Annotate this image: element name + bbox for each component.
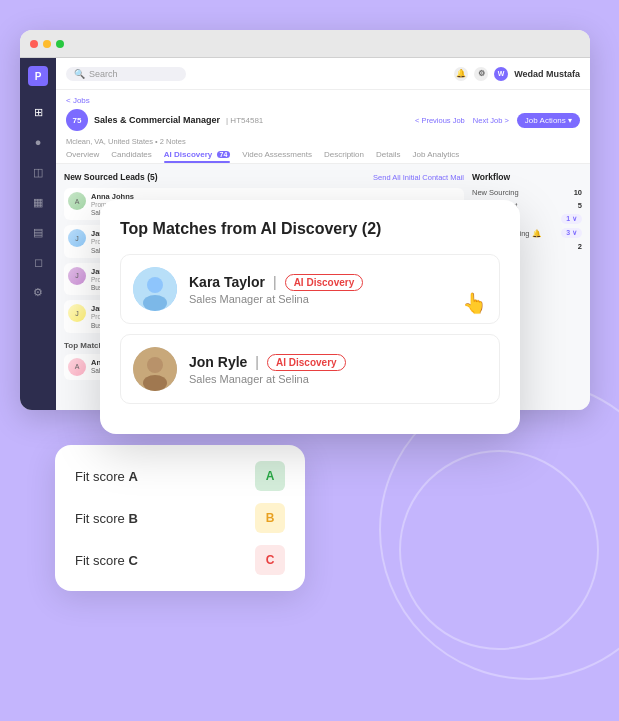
- tab-ai-discovery[interactable]: AI Discovery 74: [164, 150, 231, 163]
- search-box[interactable]: 🔍 Search: [66, 67, 186, 81]
- fit-score-label-a: Fit score A: [75, 469, 138, 484]
- job-nav-tabs: Overview Candidates AI Discovery 74 Vide…: [66, 150, 459, 163]
- candidate-avatar-kara: [133, 267, 177, 311]
- sidebar-logo: P: [28, 66, 48, 86]
- leads-section-title: New Sourced Leads (5): [64, 172, 158, 182]
- leads-section-header: New Sourced Leads (5) Send All Initial C…: [64, 172, 464, 182]
- cursor-hand-icon: 👆: [462, 291, 487, 315]
- lead-avatar-4: J: [68, 304, 86, 322]
- job-header: < Jobs 75 Sales & Commercial Manager | H…: [56, 90, 590, 164]
- sidebar: P ⊞ ● ◫ ▦ ▤ ◻ ⚙: [20, 58, 56, 410]
- workflow-count-new-sourcing: 10: [574, 188, 582, 197]
- candidate-avatar-jon: [133, 347, 177, 391]
- workflow-title: Workflow: [472, 172, 582, 182]
- candidate-title-kara: Sales Manager at Selina: [189, 293, 487, 305]
- ai-discovery-title: Top Matches from AI Discovery (2): [120, 220, 500, 238]
- fit-score-grade-b: B: [255, 503, 285, 533]
- fit-score-grade-c: C: [255, 545, 285, 575]
- job-title-row: 75 Sales & Commercial Manager | HT54581 …: [66, 109, 580, 131]
- candidate-info-jon: Jon Ryle | AI Discovery Sales Manager at…: [189, 354, 487, 385]
- candidate-info-kara: Kara Taylor | AI Discovery Sales Manager…: [189, 274, 487, 305]
- jon-avatar-svg: [133, 347, 177, 391]
- job-actions-button[interactable]: Job Actions ▾: [517, 113, 580, 128]
- top-bar: 🔍 Search 🔔 ⚙ W Wedad Mustafa: [56, 58, 590, 90]
- ai-badge-kara: AI Discovery: [285, 274, 364, 291]
- sidebar-item-settings[interactable]: ⚙: [26, 280, 50, 304]
- fit-score-row-a: Fit score A A: [75, 461, 285, 491]
- lead-avatar-2: J: [68, 229, 86, 247]
- workflow-item-new-sourcing: New Sourcing 10: [472, 188, 582, 197]
- svg-point-1: [147, 277, 163, 293]
- search-icon: 🔍: [74, 69, 85, 79]
- candidate-name-kara: Kara Taylor | AI Discovery: [189, 274, 487, 291]
- job-meta: Mclean, VA, United States • 2 Notes: [66, 137, 580, 146]
- job-score-badge: 75: [66, 109, 88, 131]
- svg-point-5: [143, 375, 167, 391]
- candidate-row-kara[interactable]: Kara Taylor | AI Discovery Sales Manager…: [120, 254, 500, 324]
- fit-score-label-b: Fit score B: [75, 511, 138, 526]
- sidebar-item-jobs[interactable]: ◫: [26, 160, 50, 184]
- ai-badge-jon: AI Discovery: [267, 354, 346, 371]
- workflow-count-applicant: 1 ∨: [561, 214, 582, 224]
- send-all-link[interactable]: Send All Initial Contact Mail: [373, 173, 464, 182]
- search-placeholder: Search: [89, 69, 118, 79]
- sidebar-item-analytics[interactable]: ▦: [26, 190, 50, 214]
- fit-score-bold-b: B: [128, 511, 137, 526]
- job-tabs-row: Overview Candidates AI Discovery 74 Vide…: [66, 150, 580, 163]
- tab-video-assessments[interactable]: Video Assessments: [242, 150, 312, 163]
- prev-job-link[interactable]: < Previous Job: [415, 116, 465, 125]
- browser-dot-maximize[interactable]: [56, 40, 64, 48]
- candidate-title-jon: Sales Manager at Selina: [189, 373, 487, 385]
- tab-overview[interactable]: Overview: [66, 150, 99, 163]
- sidebar-item-grid[interactable]: ⊞: [26, 100, 50, 124]
- svg-point-4: [147, 357, 163, 373]
- fit-score-label-c: Fit score C: [75, 553, 138, 568]
- topbar-right: 🔔 ⚙ W Wedad Mustafa: [454, 67, 580, 81]
- lead-avatar-5: A: [68, 358, 86, 376]
- notification-icon[interactable]: 🔔: [454, 67, 468, 81]
- next-job-link[interactable]: Next Job >: [473, 116, 509, 125]
- fit-score-bold-c: C: [128, 553, 137, 568]
- user-name: Wedad Mustafa: [514, 69, 580, 79]
- tab-job-analytics[interactable]: Job Analytics: [412, 150, 459, 163]
- fit-score-bold-a: A: [128, 469, 137, 484]
- fit-score-card: Fit score A A Fit score B B Fit score C …: [55, 445, 305, 591]
- sidebar-item-messages[interactable]: ◻: [26, 250, 50, 274]
- tab-details[interactable]: Details: [376, 150, 400, 163]
- workflow-count-role-sent: 2: [578, 242, 582, 251]
- bg-decoration-2: [399, 450, 599, 650]
- kara-avatar-svg: [133, 267, 177, 311]
- browser-dot-close[interactable]: [30, 40, 38, 48]
- fit-score-row-b: Fit score B B: [75, 503, 285, 533]
- user-avatar[interactable]: W: [494, 67, 508, 81]
- fit-score-row-c: Fit score C C: [75, 545, 285, 575]
- lead-avatar-1: A: [68, 192, 86, 210]
- job-title: Sales & Commercial Manager: [94, 115, 220, 125]
- browser-chrome: [20, 30, 590, 58]
- svg-point-2: [143, 295, 167, 311]
- tab-description[interactable]: Description: [324, 150, 364, 163]
- candidate-row-jon[interactable]: Jon Ryle | AI Discovery Sales Manager at…: [120, 334, 500, 404]
- workflow-label-new-sourcing: New Sourcing: [472, 188, 519, 197]
- workflow-count-phone-screening: 3 ∨: [561, 228, 582, 238]
- settings-icon[interactable]: ⚙: [474, 67, 488, 81]
- browser-dot-minimize[interactable]: [43, 40, 51, 48]
- breadcrumb[interactable]: < Jobs: [66, 96, 580, 105]
- workflow-count-initial-contact: 5: [578, 201, 582, 210]
- job-id: | HT54581: [226, 116, 263, 125]
- candidate-name-jon: Jon Ryle | AI Discovery: [189, 354, 487, 371]
- sidebar-item-people[interactable]: ●: [26, 130, 50, 154]
- sidebar-item-folder[interactable]: ▤: [26, 220, 50, 244]
- fit-score-grade-a: A: [255, 461, 285, 491]
- ai-discovery-card: Top Matches from AI Discovery (2) Kara T…: [100, 200, 520, 434]
- tab-candidates[interactable]: Candidates: [111, 150, 151, 163]
- lead-avatar-3: J: [68, 267, 86, 285]
